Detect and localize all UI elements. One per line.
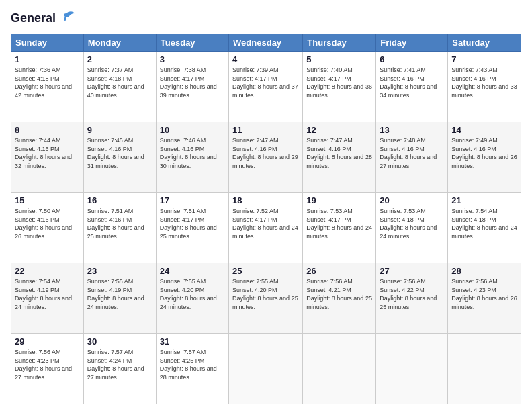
day-info: Sunrise: 7:56 AMSunset: 4:23 PMDaylight:…	[451, 278, 517, 310]
table-row: 15 Sunrise: 7:50 AMSunset: 4:16 PMDaylig…	[11, 193, 84, 263]
table-row: 31 Sunrise: 7:57 AMSunset: 4:25 PMDaylig…	[156, 334, 228, 404]
table-row	[448, 334, 521, 404]
day-number: 7	[451, 54, 517, 64]
calendar-week-row: 22 Sunrise: 7:54 AMSunset: 4:19 PMDaylig…	[11, 263, 521, 334]
logo-text-general: General	[11, 12, 56, 26]
day-info: Sunrise: 7:43 AMSunset: 4:16 PMDaylight:…	[451, 66, 517, 99]
table-row: 9 Sunrise: 7:45 AMSunset: 4:16 PMDayligh…	[83, 122, 156, 193]
table-row: 21 Sunrise: 7:54 AMSunset: 4:18 PMDaylig…	[448, 193, 521, 263]
day-info: Sunrise: 7:53 AMSunset: 4:17 PMDaylight:…	[306, 208, 372, 240]
col-friday: Friday	[376, 34, 448, 52]
day-info: Sunrise: 7:36 AMSunset: 4:18 PMDaylight:…	[15, 66, 72, 99]
table-row: 11 Sunrise: 7:47 AMSunset: 4:16 PMDaylig…	[229, 122, 303, 193]
table-row: 5 Sunrise: 7:40 AMSunset: 4:17 PMDayligh…	[303, 52, 376, 122]
col-sunday: Sunday	[11, 34, 84, 52]
table-row: 7 Sunrise: 7:43 AMSunset: 4:16 PMDayligh…	[448, 52, 521, 122]
day-info: Sunrise: 7:44 AMSunset: 4:16 PMDaylight:…	[15, 137, 72, 169]
col-saturday: Saturday	[448, 34, 521, 52]
day-number: 28	[451, 266, 517, 276]
table-row: 20 Sunrise: 7:53 AMSunset: 4:18 PMDaylig…	[376, 193, 448, 263]
table-row: 18 Sunrise: 7:52 AMSunset: 4:17 PMDaylig…	[229, 193, 303, 263]
day-info: Sunrise: 7:51 AMSunset: 4:16 PMDaylight:…	[87, 208, 144, 240]
day-info: Sunrise: 7:54 AMSunset: 4:18 PMDaylight:…	[451, 208, 517, 240]
calendar-week-row: 29 Sunrise: 7:56 AMSunset: 4:23 PMDaylig…	[11, 334, 521, 404]
day-number: 5	[306, 54, 372, 64]
table-row: 12 Sunrise: 7:47 AMSunset: 4:16 PMDaylig…	[303, 122, 376, 193]
calendar-week-row: 1 Sunrise: 7:36 AMSunset: 4:18 PMDayligh…	[11, 52, 521, 122]
day-info: Sunrise: 7:51 AMSunset: 4:17 PMDaylight:…	[160, 208, 217, 240]
table-row: 14 Sunrise: 7:49 AMSunset: 4:16 PMDaylig…	[448, 122, 521, 193]
table-row: 6 Sunrise: 7:41 AMSunset: 4:16 PMDayligh…	[376, 52, 448, 122]
day-info: Sunrise: 7:38 AMSunset: 4:17 PMDaylight:…	[160, 66, 217, 99]
day-number: 24	[160, 266, 225, 276]
table-row: 24 Sunrise: 7:55 AMSunset: 4:20 PMDaylig…	[156, 263, 228, 334]
table-row: 26 Sunrise: 7:56 AMSunset: 4:21 PMDaylig…	[303, 263, 376, 334]
table-row: 30 Sunrise: 7:57 AMSunset: 4:24 PMDaylig…	[83, 334, 156, 404]
table-row: 4 Sunrise: 7:39 AMSunset: 4:17 PMDayligh…	[229, 52, 303, 122]
day-number: 23	[87, 266, 152, 276]
day-number: 8	[15, 125, 80, 135]
day-number: 16	[87, 195, 152, 205]
day-number: 18	[232, 195, 299, 205]
day-number: 3	[160, 54, 225, 64]
col-thursday: Thursday	[303, 34, 376, 52]
day-info: Sunrise: 7:50 AMSunset: 4:16 PMDaylight:…	[15, 208, 72, 240]
day-info: Sunrise: 7:57 AMSunset: 4:25 PMDaylight:…	[160, 349, 217, 381]
col-monday: Monday	[83, 34, 156, 52]
table-row: 25 Sunrise: 7:55 AMSunset: 4:20 PMDaylig…	[229, 263, 303, 334]
day-info: Sunrise: 7:47 AMSunset: 4:16 PMDaylight:…	[306, 137, 372, 169]
day-info: Sunrise: 7:56 AMSunset: 4:21 PMDaylight:…	[306, 278, 372, 310]
calendar-header-row: Sunday Monday Tuesday Wednesday Thursday…	[11, 34, 521, 52]
table-row	[376, 334, 448, 404]
day-info: Sunrise: 7:48 AMSunset: 4:16 PMDaylight:…	[380, 137, 437, 169]
table-row: 27 Sunrise: 7:56 AMSunset: 4:22 PMDaylig…	[376, 263, 448, 334]
day-number: 17	[160, 195, 225, 205]
day-info: Sunrise: 7:55 AMSunset: 4:19 PMDaylight:…	[87, 278, 144, 310]
day-number: 11	[232, 125, 299, 135]
day-info: Sunrise: 7:45 AMSunset: 4:16 PMDaylight:…	[87, 137, 144, 169]
table-row: 28 Sunrise: 7:56 AMSunset: 4:23 PMDaylig…	[448, 263, 521, 334]
day-info: Sunrise: 7:46 AMSunset: 4:16 PMDaylight:…	[160, 137, 217, 169]
day-number: 19	[306, 195, 372, 205]
day-info: Sunrise: 7:56 AMSunset: 4:23 PMDaylight:…	[15, 349, 72, 381]
day-number: 12	[306, 125, 372, 135]
day-info: Sunrise: 7:57 AMSunset: 4:24 PMDaylight:…	[87, 349, 144, 381]
calendar-table: Sunday Monday Tuesday Wednesday Thursday…	[11, 34, 521, 404]
day-info: Sunrise: 7:47 AMSunset: 4:16 PMDaylight:…	[232, 137, 298, 169]
day-info: Sunrise: 7:55 AMSunset: 4:20 PMDaylight:…	[232, 278, 298, 310]
calendar-week-row: 8 Sunrise: 7:44 AMSunset: 4:16 PMDayligh…	[11, 122, 521, 193]
table-row	[229, 334, 303, 404]
table-row: 8 Sunrise: 7:44 AMSunset: 4:16 PMDayligh…	[11, 122, 84, 193]
day-info: Sunrise: 7:56 AMSunset: 4:22 PMDaylight:…	[380, 278, 437, 310]
day-number: 30	[87, 336, 152, 347]
table-row: 23 Sunrise: 7:55 AMSunset: 4:19 PMDaylig…	[83, 263, 156, 334]
table-row: 1 Sunrise: 7:36 AMSunset: 4:18 PMDayligh…	[11, 52, 84, 122]
day-info: Sunrise: 7:37 AMSunset: 4:18 PMDaylight:…	[87, 66, 144, 99]
table-row: 10 Sunrise: 7:46 AMSunset: 4:16 PMDaylig…	[156, 122, 228, 193]
day-number: 1	[15, 54, 80, 64]
day-info: Sunrise: 7:41 AMSunset: 4:16 PMDaylight:…	[380, 66, 437, 99]
calendar-container: General Sunday Mon	[0, 0, 532, 411]
day-number: 20	[380, 195, 444, 205]
table-row: 2 Sunrise: 7:37 AMSunset: 4:18 PMDayligh…	[83, 52, 156, 122]
day-number: 14	[451, 125, 517, 135]
day-number: 6	[380, 54, 444, 64]
table-row: 22 Sunrise: 7:54 AMSunset: 4:19 PMDaylig…	[11, 263, 84, 334]
day-info: Sunrise: 7:40 AMSunset: 4:17 PMDaylight:…	[306, 66, 372, 99]
table-row: 13 Sunrise: 7:48 AMSunset: 4:16 PMDaylig…	[376, 122, 448, 193]
day-number: 26	[306, 266, 372, 276]
header: General	[11, 11, 521, 27]
day-number: 21	[451, 195, 517, 205]
logo: General	[11, 11, 76, 27]
day-info: Sunrise: 7:54 AMSunset: 4:19 PMDaylight:…	[15, 278, 72, 310]
day-number: 22	[15, 266, 80, 276]
day-number: 31	[160, 336, 225, 347]
day-number: 29	[15, 336, 80, 347]
col-tuesday: Tuesday	[156, 34, 228, 52]
day-info: Sunrise: 7:52 AMSunset: 4:17 PMDaylight:…	[232, 208, 298, 240]
calendar-week-row: 15 Sunrise: 7:50 AMSunset: 4:16 PMDaylig…	[11, 193, 521, 263]
table-row: 19 Sunrise: 7:53 AMSunset: 4:17 PMDaylig…	[303, 193, 376, 263]
table-row: 17 Sunrise: 7:51 AMSunset: 4:17 PMDaylig…	[156, 193, 228, 263]
day-number: 25	[232, 266, 299, 276]
table-row: 3 Sunrise: 7:38 AMSunset: 4:17 PMDayligh…	[156, 52, 228, 122]
